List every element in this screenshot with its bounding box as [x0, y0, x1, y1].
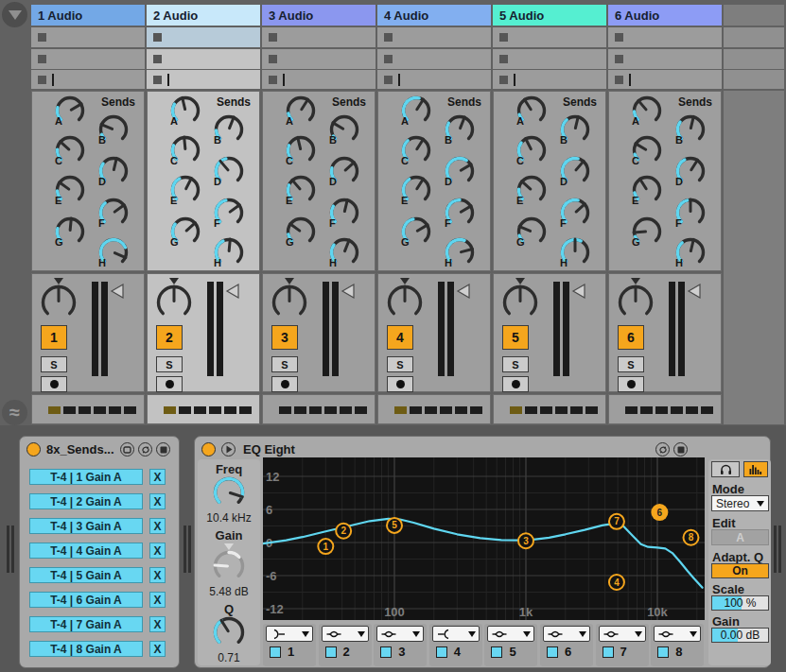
track-title[interactable]: 6 Audio [608, 5, 722, 26]
mapped-param-button[interactable]: T-4 | 2 Gain A [29, 493, 143, 509]
pan-knob[interactable] [155, 284, 193, 325]
fold-tracks-button[interactable] [2, 2, 27, 27]
clip-slot[interactable] [262, 27, 376, 47]
clip-slot[interactable] [147, 49, 260, 69]
edit-channel-button[interactable]: A [711, 529, 769, 545]
track-activator-button[interactable]: 2 [156, 325, 183, 350]
mode-select[interactable]: Stereo [711, 495, 769, 511]
track-title[interactable]: 2 Audio [147, 5, 260, 26]
arm-button[interactable] [502, 376, 529, 392]
gain-value[interactable]: 5.48 dB [198, 585, 260, 598]
clip-slot[interactable] [608, 49, 722, 69]
device-on-led[interactable] [201, 442, 216, 457]
mapped-param-button[interactable]: T-4 | 7 Gain A [29, 616, 143, 632]
clip-stop-button[interactable] [615, 33, 623, 42]
eq-band-handle-2[interactable]: 2 [336, 524, 351, 539]
arm-button[interactable] [41, 376, 67, 392]
arm-button[interactable] [618, 376, 644, 392]
solo-button[interactable]: S [41, 356, 67, 372]
clip-slot[interactable] [493, 49, 606, 69]
scale-slider[interactable]: 100 % [711, 595, 769, 611]
pan-knob[interactable] [40, 284, 78, 325]
unmap-button[interactable]: X [149, 567, 166, 583]
arm-button[interactable] [156, 376, 183, 392]
clip-stop-button[interactable] [38, 76, 46, 84]
clip-stop-button[interactable] [615, 76, 623, 84]
band-7-filter-type-select[interactable] [599, 626, 646, 642]
track-activator-button[interactable]: 5 [502, 325, 529, 350]
clip-stop-button[interactable] [153, 76, 162, 84]
clip-stop-button[interactable] [38, 33, 46, 42]
eq-display[interactable]: 1260-6-121001k10k12345678 [263, 457, 705, 620]
mapped-param-button[interactable]: T-4 | 5 Gain A [29, 567, 143, 583]
eq-band-handle-5[interactable]: 5 [387, 518, 402, 533]
solo-button[interactable]: S [618, 356, 644, 372]
q-knob[interactable] [212, 615, 246, 653]
clip-slot[interactable] [608, 27, 722, 47]
track-activator-button[interactable]: 3 [271, 325, 298, 350]
save-preset-button[interactable] [673, 442, 688, 457]
band-7-enable-checkbox[interactable] [603, 646, 614, 658]
clip-stop-button[interactable] [615, 55, 623, 63]
mapped-param-button[interactable]: T-4 | 3 Gain A [29, 518, 143, 534]
freq-value[interactable]: 10.4 kHz [198, 511, 260, 525]
clip-slot[interactable] [147, 70, 260, 89]
band-3-filter-type-select[interactable] [376, 626, 424, 642]
track-title[interactable]: 3 Audio [262, 5, 376, 26]
clip-stop-button[interactable] [269, 55, 277, 63]
eq-band-handle-6[interactable]: 6 [651, 504, 668, 521]
band-5-filter-type-select[interactable] [487, 626, 534, 642]
device-scroll-handle-left[interactable] [7, 526, 15, 573]
freq-knob[interactable] [212, 475, 246, 513]
eq-band-handle-7[interactable]: 7 [609, 514, 624, 529]
solo-button[interactable]: S [271, 356, 298, 372]
track-activator-button[interactable]: 4 [387, 325, 413, 350]
band-8-enable-checkbox[interactable] [657, 646, 669, 658]
solo-button[interactable]: S [502, 356, 529, 372]
clip-stop-button[interactable] [269, 76, 277, 84]
mapped-param-button[interactable]: T-4 | 6 Gain A [29, 592, 143, 608]
pan-knob[interactable] [617, 284, 655, 325]
unmap-button[interactable]: X [149, 543, 166, 559]
clip-stop-button[interactable] [269, 33, 277, 42]
clip-stop-button[interactable] [499, 55, 508, 63]
track-activator-button[interactable]: 1 [41, 325, 67, 350]
clip-slot[interactable] [147, 27, 260, 47]
band-8-filter-type-select[interactable] [654, 626, 701, 642]
volume-handle[interactable] [571, 284, 585, 299]
spectrum-button[interactable] [743, 461, 768, 477]
eq-band-handle-3[interactable]: 3 [518, 533, 533, 548]
clip-stop-button[interactable] [499, 76, 508, 84]
volume-handle[interactable] [687, 284, 701, 299]
clip-slot[interactable] [608, 70, 722, 89]
gain-knob[interactable] [212, 549, 246, 587]
band-2-enable-checkbox[interactable] [325, 646, 337, 658]
audition-button[interactable] [711, 461, 740, 477]
clip-stop-button[interactable] [38, 55, 46, 63]
track-activator-button[interactable]: 6 [618, 325, 644, 350]
band-4-filter-type-select[interactable] [432, 626, 480, 642]
clip-stop-button[interactable] [499, 33, 508, 42]
clip-stop-button[interactable] [384, 76, 393, 84]
clip-slot[interactable] [31, 49, 145, 69]
band-2-filter-type-select[interactable] [322, 626, 369, 642]
arm-button[interactable] [387, 376, 413, 392]
band-5-enable-checkbox[interactable] [491, 646, 502, 658]
q-value[interactable]: 0.71 [198, 651, 260, 664]
band-1-filter-type-select[interactable] [266, 626, 313, 642]
volume-handle[interactable] [341, 284, 355, 299]
device-scroll-handle-mid[interactable] [183, 526, 192, 573]
eq-band-handle-1[interactable]: 1 [318, 539, 333, 554]
adapt-q-toggle[interactable]: On [711, 563, 769, 578]
eq-band-handle-4[interactable]: 4 [609, 575, 624, 590]
clip-slot[interactable] [493, 70, 606, 89]
device-scroll-handle-right[interactable] [774, 526, 782, 573]
clip-stop-button[interactable] [384, 55, 393, 63]
hot-swap-button[interactable] [138, 442, 152, 457]
clip-stop-button[interactable] [153, 55, 162, 63]
hot-swap-button[interactable] [655, 442, 670, 457]
unmap-button[interactable]: X [149, 518, 166, 534]
clip-slot[interactable] [377, 70, 491, 89]
save-preset-button[interactable] [156, 442, 170, 457]
device-expand-button[interactable] [221, 442, 236, 457]
